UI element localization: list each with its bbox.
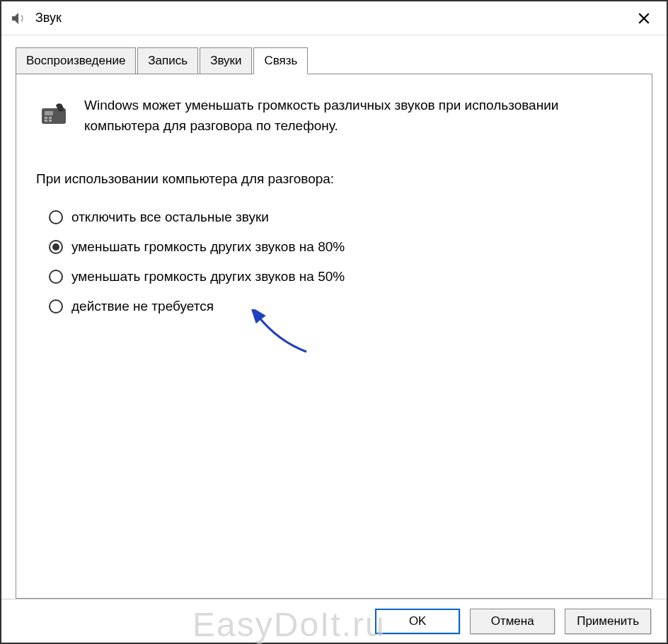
ok-button[interactable]: OK bbox=[375, 609, 460, 634]
radio-label: действие не требуется bbox=[71, 299, 214, 314]
radio-reduce-50[interactable]: уменьшать громкость других звуков на 50% bbox=[49, 269, 632, 284]
radio-label: уменьшать громкость других звуков на 50% bbox=[71, 269, 345, 284]
radio-icon bbox=[49, 299, 63, 314]
button-bar: EasyDoIt.ru OK Отмена Применить bbox=[1, 599, 667, 643]
svg-rect-4 bbox=[45, 120, 47, 122]
radio-do-nothing[interactable]: действие не требуется bbox=[49, 299, 632, 314]
info-text: Windows может уменьшать громкость различ… bbox=[84, 96, 632, 136]
watermark-text: EasyDoIt.ru bbox=[192, 605, 386, 644]
tab-communications[interactable]: Связь bbox=[253, 47, 308, 74]
radio-mute-all[interactable]: отключить все остальные звуки bbox=[49, 209, 632, 225]
svg-rect-1 bbox=[45, 111, 53, 115]
radio-reduce-80[interactable]: уменьшать громкость других звуков на 80% bbox=[49, 239, 632, 255]
speaker-icon bbox=[10, 10, 27, 27]
radio-group: отключить все остальные звуки уменьшать … bbox=[36, 209, 632, 314]
window-title: Звук bbox=[35, 11, 630, 25]
svg-rect-3 bbox=[49, 117, 52, 119]
close-button[interactable] bbox=[630, 4, 658, 33]
apply-button[interactable]: Применить bbox=[565, 609, 651, 634]
tab-content: Windows может уменьшать громкость различ… bbox=[16, 74, 652, 599]
tabs-container: Воспроизведение Запись Звуки Связь bbox=[1, 35, 667, 599]
radio-icon bbox=[49, 210, 63, 224]
cancel-button[interactable]: Отмена bbox=[470, 609, 555, 634]
tab-sounds[interactable]: Звуки bbox=[200, 47, 252, 74]
tab-playback[interactable]: Воспроизведение bbox=[16, 47, 136, 74]
arrow-annotation-icon bbox=[250, 309, 313, 359]
close-icon bbox=[638, 12, 650, 25]
radio-icon bbox=[49, 270, 63, 284]
radio-label: уменьшать громкость других звуков на 80% bbox=[71, 239, 345, 255]
section-label: При использовании компьютера для разгово… bbox=[36, 171, 632, 187]
phone-icon bbox=[36, 100, 71, 128]
svg-rect-5 bbox=[49, 120, 52, 122]
tab-recording[interactable]: Запись bbox=[137, 47, 198, 74]
radio-icon bbox=[49, 240, 63, 254]
titlebar: Звук bbox=[1, 1, 667, 35]
sound-settings-window: Звук Воспроизведение Запись Звуки Связь bbox=[0, 0, 668, 644]
tabs-header: Воспроизведение Запись Звуки Связь bbox=[16, 47, 652, 74]
info-row: Windows может уменьшать громкость различ… bbox=[36, 96, 632, 136]
svg-rect-2 bbox=[45, 117, 47, 119]
radio-label: отключить все остальные звуки bbox=[71, 209, 269, 225]
